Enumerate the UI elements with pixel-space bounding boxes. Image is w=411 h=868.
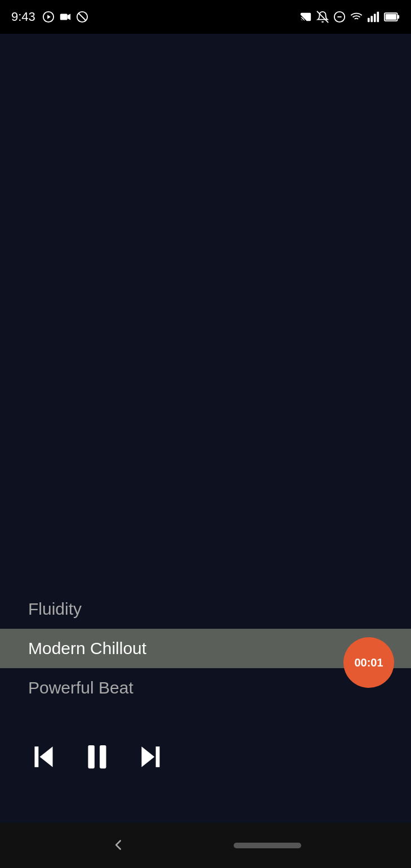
- playback-controls: [0, 708, 411, 789]
- track-item-fluidity[interactable]: Fluidity: [0, 589, 411, 629]
- svg-rect-19: [34, 746, 38, 767]
- nav-back-button[interactable]: [110, 836, 127, 855]
- status-bar-left: 9:43: [11, 10, 88, 24]
- cast-icon: [300, 11, 312, 23]
- status-bar: 9:43: [0, 0, 411, 34]
- nav-back-icon: [110, 836, 127, 853]
- pause-button[interactable]: [82, 741, 113, 772]
- play-circle-icon: [42, 11, 55, 23]
- status-time: 9:43: [11, 10, 35, 24]
- timer-badge[interactable]: 00:01: [343, 637, 394, 688]
- prev-button[interactable]: [28, 741, 59, 772]
- no-symbol-icon: [76, 11, 88, 23]
- svg-rect-23: [156, 746, 160, 767]
- nav-bar: [0, 823, 411, 868]
- svg-rect-2: [60, 14, 68, 20]
- svg-rect-11: [368, 18, 370, 22]
- next-button[interactable]: [135, 741, 166, 772]
- svg-rect-17: [397, 15, 400, 19]
- svg-rect-13: [374, 14, 376, 23]
- svg-marker-1: [47, 15, 51, 19]
- svg-rect-12: [370, 16, 373, 22]
- wifi-icon: [350, 11, 363, 23]
- nav-home-pill[interactable]: [234, 843, 301, 848]
- svg-rect-16: [386, 14, 396, 20]
- status-icons-left: [42, 11, 88, 23]
- svg-rect-14: [377, 12, 379, 22]
- prev-icon: [28, 741, 59, 772]
- svg-line-5: [78, 14, 86, 21]
- status-bar-right: [300, 11, 400, 23]
- minus-circle-icon: [333, 11, 346, 23]
- svg-marker-3: [67, 14, 70, 20]
- signal-icon: [367, 11, 379, 23]
- battery-icon: [384, 11, 400, 23]
- video-icon: [59, 11, 72, 23]
- main-content: Fluidity Modern Chillout Powerful Beat: [0, 34, 411, 823]
- mute-icon: [316, 11, 329, 23]
- next-icon: [135, 741, 166, 772]
- svg-marker-18: [40, 746, 53, 767]
- svg-rect-20: [88, 745, 94, 768]
- pause-icon: [82, 741, 113, 772]
- svg-marker-22: [141, 746, 154, 767]
- svg-rect-21: [100, 745, 106, 768]
- svg-line-7: [317, 11, 328, 23]
